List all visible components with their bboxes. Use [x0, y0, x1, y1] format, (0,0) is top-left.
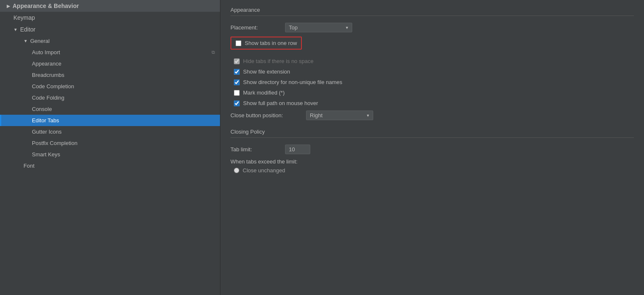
sidebar-item-auto-import[interactable]: Auto Import ⧉: [0, 47, 220, 58]
show-directory-label[interactable]: Show directory for non-unique file names: [243, 79, 342, 85]
appearance-section-title: Appearance: [230, 7, 634, 16]
sidebar-label: Console: [32, 106, 52, 112]
close-button-position-row: Close button position: Right Left Inacti…: [230, 111, 634, 120]
close-button-dropdown-wrapper[interactable]: Right Left Inactive tab None: [306, 111, 373, 120]
placement-dropdown[interactable]: Top Bottom Left Right None: [285, 23, 352, 32]
show-tabs-in-one-row-checkbox[interactable]: [236, 40, 241, 46]
sidebar-label: Font: [24, 163, 34, 169]
sidebar-item-postfix-completion[interactable]: Postfix Completion: [0, 137, 220, 149]
placement-row: Placement: Top Bottom Left Right None: [230, 23, 634, 32]
show-tabs-in-one-row-row: Show tabs in one row: [230, 37, 302, 50]
sidebar-label: General: [30, 38, 50, 44]
mark-modified-label[interactable]: Mark modified (*): [243, 90, 285, 96]
arrow-icon: ▶: [7, 4, 10, 8]
sidebar-item-code-completion[interactable]: Code Completion: [0, 81, 220, 92]
sidebar-item-console[interactable]: Console: [0, 103, 220, 115]
sidebar-label: Code Completion: [32, 83, 74, 90]
sidebar-label: Smart Keys: [32, 151, 60, 158]
sidebar-item-code-folding[interactable]: Code Folding: [0, 92, 220, 103]
hide-tabs-checkbox[interactable]: [234, 58, 240, 64]
arrow-icon: ▼: [13, 27, 18, 32]
mark-modified-checkbox[interactable]: [234, 90, 240, 96]
show-file-extension-checkbox[interactable]: [234, 69, 240, 75]
tab-limit-label: Tab limit:: [230, 146, 281, 153]
close-unchanged-radio[interactable]: [234, 168, 239, 173]
sidebar-item-breadcrumbs[interactable]: Breadcrumbs: [0, 69, 220, 81]
sidebar-label: Appearance & Behavior: [13, 3, 79, 9]
close-button-position-label: Close button position:: [230, 112, 302, 119]
sidebar-label: Keymap: [13, 14, 35, 21]
sidebar-item-editor[interactable]: ▼ Editor: [0, 24, 220, 35]
show-full-path-row: Show full path on mouse hover: [234, 100, 634, 106]
show-tabs-in-one-row-label[interactable]: Show tabs in one row: [245, 40, 297, 46]
sidebar-item-general[interactable]: ▼ General: [0, 35, 220, 47]
placement-dropdown-wrapper[interactable]: Top Bottom Left Right None: [285, 23, 352, 32]
placement-label: Placement:: [230, 24, 281, 31]
sidebar-item-gutter-icons[interactable]: Gutter Icons: [0, 126, 220, 137]
show-file-extension-row: Show file extension: [234, 68, 634, 75]
arrow-icon: ▼: [24, 39, 28, 43]
sidebar-label: Code Folding: [32, 95, 64, 101]
show-directory-checkbox[interactable]: [234, 79, 240, 85]
when-exceed-label: When tabs exceed the limit:: [230, 158, 634, 165]
close-button-dropdown[interactable]: Right Left Inactive tab None: [306, 111, 373, 120]
sidebar-item-editor-tabs[interactable]: Editor Tabs: [0, 115, 220, 126]
close-unchanged-label[interactable]: Close unchanged: [243, 167, 285, 174]
sidebar-item-appearance[interactable]: Appearance: [0, 58, 220, 69]
sidebar-label: Breadcrumbs: [32, 72, 64, 78]
sidebar-label: Editor Tabs: [32, 117, 59, 124]
sidebar-item-smart-keys[interactable]: Smart Keys: [0, 149, 220, 160]
sidebar-item-keymap[interactable]: Keymap: [0, 12, 220, 24]
main-content: Appearance Placement: Top Bottom Left Ri…: [220, 0, 644, 295]
copy-icon: ⧉: [212, 50, 215, 55]
tab-limit-row: Tab limit:: [230, 145, 634, 154]
hide-tabs-label: Hide tabs if there is no space: [243, 58, 314, 64]
show-full-path-label[interactable]: Show full path on mouse hover: [243, 100, 318, 106]
hide-tabs-row: Hide tabs if there is no space: [234, 58, 634, 64]
sidebar-label: Appearance: [32, 61, 61, 67]
show-tabs-row-container: Show tabs in one row: [230, 37, 634, 54]
sidebar-label: Auto Import: [32, 49, 60, 55]
show-directory-row: Show directory for non-unique file names: [234, 79, 634, 85]
close-unchanged-row: Close unchanged: [234, 167, 634, 174]
sidebar-item-appearance-behavior[interactable]: ▶ Appearance & Behavior: [0, 0, 220, 12]
show-file-extension-label[interactable]: Show file extension: [243, 68, 290, 75]
mark-modified-row: Mark modified (*): [234, 90, 634, 96]
tab-limit-input[interactable]: [285, 145, 310, 154]
sidebar-label: Editor: [20, 26, 36, 33]
sidebar-label: Postfix Completion: [32, 140, 77, 146]
sidebar: ▶ Appearance & Behavior Keymap ▼ Editor …: [0, 0, 220, 295]
show-full-path-checkbox[interactable]: [234, 100, 240, 106]
sidebar-item-font[interactable]: Font: [0, 160, 220, 171]
sidebar-label: Gutter Icons: [32, 129, 62, 135]
closing-policy-title: Closing Policy: [230, 129, 634, 138]
